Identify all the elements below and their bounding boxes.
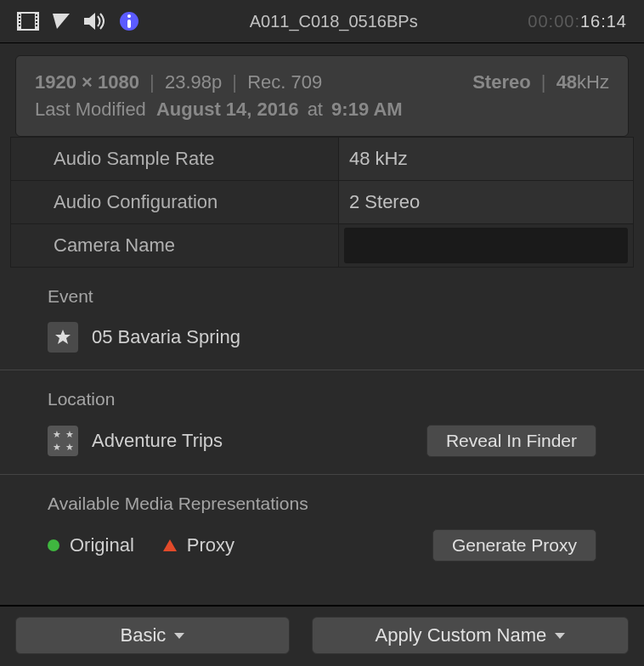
svg-point-14 <box>127 14 131 18</box>
proxy-status-icon <box>163 539 177 551</box>
camera-name-label: Camera Name <box>11 224 339 267</box>
audio-sample-rate-row: Audio Sample Rate 48 kHz <box>11 137 633 180</box>
event-icon <box>48 322 78 353</box>
audio-config-value[interactable]: 2 Stereo <box>339 181 633 223</box>
location-row: ★★★★ Adventure Trips Reveal In Finder <box>48 425 596 457</box>
apply-custom-name-dropdown[interactable]: Apply Custom Name <box>312 617 629 654</box>
inspector-footer: Basic Apply Custom Name <box>0 605 644 666</box>
chevron-down-icon <box>174 633 184 639</box>
clip-name: A011_C018_0516BPs <box>250 12 418 31</box>
location-label: Location <box>48 389 596 409</box>
audio-config-row: Audio Configuration 2 Stereo <box>11 180 633 223</box>
svg-marker-16 <box>55 330 71 344</box>
svg-marker-11 <box>53 14 70 29</box>
camera-name-row: Camera Name <box>11 223 633 267</box>
svg-rect-7 <box>36 14 37 16</box>
original-media-status: Original <box>48 534 134 556</box>
summary-modified-row: Last Modified August 14, 2016 at 9:19 AM <box>35 99 609 121</box>
video-tab-icon[interactable] <box>17 12 39 31</box>
original-status-icon <box>48 539 59 551</box>
event-name: 05 Bavaria Spring <box>92 326 240 348</box>
event-section: Event 05 Bavaria Spring <box>0 268 644 370</box>
event-label: Event <box>48 286 596 307</box>
svg-rect-15 <box>127 20 131 28</box>
chevron-down-icon <box>555 633 565 639</box>
summary-format-row: 1920 × 1080 | 23.98p | Rec. 709 Stereo |… <box>35 71 609 93</box>
clip-properties: Audio Sample Rate 48 kHz Audio Configura… <box>10 137 634 268</box>
proxy-media-status: Proxy <box>163 534 234 556</box>
camera-name-field[interactable] <box>344 228 628 263</box>
audio-tab-icon[interactable] <box>83 12 107 31</box>
info-tab-icon[interactable] <box>119 11 139 31</box>
audio-sample-rate-value[interactable]: 48 kHz <box>339 138 633 180</box>
location-name: Adventure Trips <box>92 430 223 452</box>
event-row: 05 Bavaria Spring <box>48 322 596 353</box>
location-section: Location ★★★★ Adventure Trips Reveal In … <box>0 370 644 475</box>
svg-marker-12 <box>84 13 95 30</box>
reveal-in-finder-button[interactable]: Reveal In Finder <box>427 425 596 457</box>
clip-duration: 00:00:16:14 <box>528 12 627 31</box>
svg-rect-8 <box>36 18 37 20</box>
svg-rect-3 <box>19 14 20 16</box>
svg-rect-9 <box>36 21 37 23</box>
media-section: Available Media Representations Original… <box>0 475 644 579</box>
clip-summary: 1920 × 1080 | 23.98p | Rec. 709 Stereo |… <box>15 55 629 137</box>
inspector-tabs <box>17 11 139 31</box>
metadata-view-dropdown[interactable]: Basic <box>15 617 290 654</box>
info-inspector: A011_C018_0516BPs 00:00:16:14 1920 × 108… <box>0 0 644 666</box>
media-label: Available Media Representations <box>48 494 596 514</box>
svg-rect-6 <box>19 25 20 26</box>
generator-tab-icon[interactable] <box>51 12 71 31</box>
inspector-header: A011_C018_0516BPs 00:00:16:14 <box>0 0 644 43</box>
audio-sample-rate-label: Audio Sample Rate <box>11 138 339 180</box>
media-row: Original Proxy Generate Proxy <box>48 529 596 562</box>
library-icon: ★★★★ <box>48 426 78 456</box>
svg-rect-4 <box>19 18 20 20</box>
audio-config-label: Audio Configuration <box>11 181 339 223</box>
svg-rect-5 <box>19 21 20 23</box>
generate-proxy-button[interactable]: Generate Proxy <box>432 529 596 562</box>
svg-rect-10 <box>36 25 37 26</box>
